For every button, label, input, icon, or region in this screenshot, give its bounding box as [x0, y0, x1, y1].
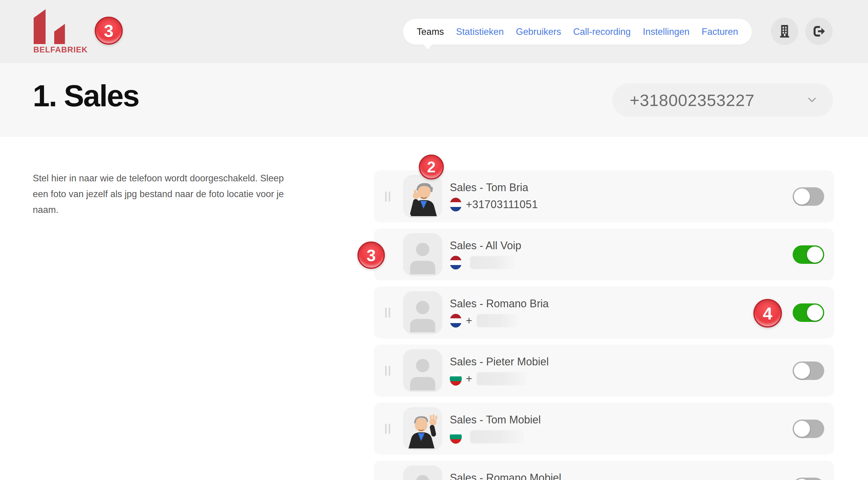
call-toggle[interactable]	[793, 478, 824, 480]
country-flag-icon	[450, 372, 462, 386]
member-name: Sales - Romano Mobiel	[450, 472, 561, 480]
step-badge-toggle: 4	[753, 299, 782, 327]
phone-line: +	[450, 372, 549, 386]
redacted-phone	[470, 430, 524, 443]
call-toggle[interactable]	[793, 187, 824, 206]
country-flag-icon	[450, 430, 462, 444]
country-flag-icon	[450, 198, 462, 212]
drag-handle[interactable]	[385, 308, 390, 318]
phone-number: +31703111051	[466, 198, 538, 211]
nav-item-gebruikers[interactable]: Gebruikers	[516, 27, 561, 37]
page-header: 1. Sales +318002353227	[0, 63, 868, 137]
phone-line	[450, 430, 540, 444]
redacted-phone	[476, 372, 527, 385]
member-info: Sales - Romano Bria +	[450, 297, 549, 327]
toggle-knob	[794, 363, 810, 379]
member-avatar[interactable]	[403, 175, 442, 218]
belfabriek-logo-icon	[33, 9, 66, 44]
step-badge-logo: 3	[95, 17, 123, 45]
nav-item-facturen[interactable]: Facturen	[702, 27, 738, 37]
main-content: Stel hier in naar wie de telefoon wordt …	[0, 137, 868, 480]
active-tab-pointer	[423, 44, 433, 50]
belfabriek-logo[interactable]: BELFABRIEK	[33, 9, 99, 55]
call-toggle[interactable]	[793, 361, 824, 380]
member-info: Sales - Tom Mobiel	[450, 414, 540, 444]
call-toggle[interactable]	[793, 245, 824, 264]
member-name: Sales - Tom Bria	[450, 181, 538, 194]
country-flag-icon	[450, 314, 462, 327]
belfabriek-logo-text: BELFABRIEK	[33, 45, 99, 55]
phone-line: +	[450, 314, 549, 327]
step-badge-row: 3	[358, 242, 385, 269]
member-avatar[interactable]	[403, 466, 442, 480]
member-name: Sales - Tom Mobiel	[450, 414, 540, 426]
phone-number-selector[interactable]: +318002353227	[613, 84, 833, 117]
phone-number: +	[466, 373, 472, 385]
member-avatar[interactable]	[403, 349, 442, 392]
member-row-tom-bria[interactable]: Sales - Tom Bria +31703111051	[374, 170, 834, 222]
toggle-knob	[807, 305, 823, 321]
member-row-all-voip[interactable]: Sales - All Voip	[374, 228, 834, 281]
drag-handle[interactable]	[385, 191, 390, 201]
member-info: Sales - Romano Mobiel	[450, 472, 561, 480]
nav-item-call-recording[interactable]: Call-recording	[573, 27, 630, 37]
phone-line	[450, 255, 521, 269]
member-info: Sales - Pieter Mobiel +	[450, 355, 549, 386]
nav-item-teams[interactable]: Teams	[417, 27, 444, 37]
member-avatar[interactable]	[403, 233, 442, 276]
drag-handle[interactable]	[385, 366, 390, 376]
phone-number: +	[466, 314, 472, 327]
member-info: Sales - Tom Bria +31703111051	[450, 181, 538, 212]
logout-button[interactable]	[805, 18, 833, 45]
selected-phone-number: +318002353227	[630, 91, 754, 110]
main-nav: Teams Statistieken Gebruikers Call-recor…	[403, 19, 752, 45]
member-row-pieter-mobiel[interactable]: Sales - Pieter Mobiel +	[374, 345, 834, 396]
redacted-phone	[476, 314, 518, 327]
nav-item-statistieken[interactable]: Statistieken	[456, 27, 504, 37]
member-name: Sales - Pieter Mobiel	[450, 355, 549, 368]
chevron-down-icon	[808, 98, 816, 102]
nav-item-instellingen[interactable]: Instellingen	[643, 27, 689, 37]
sign-out-icon	[812, 24, 826, 38]
top-bar: BELFABRIEK 3 Teams Statistieken Gebruike…	[0, 0, 868, 63]
toggle-knob	[794, 479, 810, 480]
drag-handle[interactable]	[385, 424, 390, 434]
step-badge-avatar: 2	[419, 155, 444, 180]
member-row-tom-mobiel[interactable]: Sales - Tom Mobiel	[374, 403, 834, 455]
redacted-phone	[470, 256, 515, 269]
toggle-knob	[807, 247, 823, 263]
member-info: Sales - All Voip	[450, 239, 521, 269]
call-toggle[interactable]	[793, 303, 824, 322]
building-icon	[778, 24, 792, 38]
member-avatar[interactable]	[403, 407, 442, 450]
toggle-knob	[794, 189, 810, 204]
member-avatar[interactable]	[403, 291, 442, 334]
member-name: Sales - All Voip	[450, 239, 521, 252]
member-name: Sales - Romano Bria	[450, 297, 549, 310]
call-toggle[interactable]	[793, 420, 824, 438]
page-title: 1. Sales	[33, 78, 139, 114]
toggle-knob	[794, 421, 810, 437]
member-row-romano-mobiel[interactable]: Sales - Romano Mobiel	[374, 461, 834, 480]
country-flag-icon	[450, 256, 462, 269]
forwarding-description: Stel hier in naar wie de telefoon wordt …	[33, 170, 301, 218]
phone-line: +31703111051	[450, 197, 538, 212]
company-button[interactable]	[771, 18, 798, 45]
